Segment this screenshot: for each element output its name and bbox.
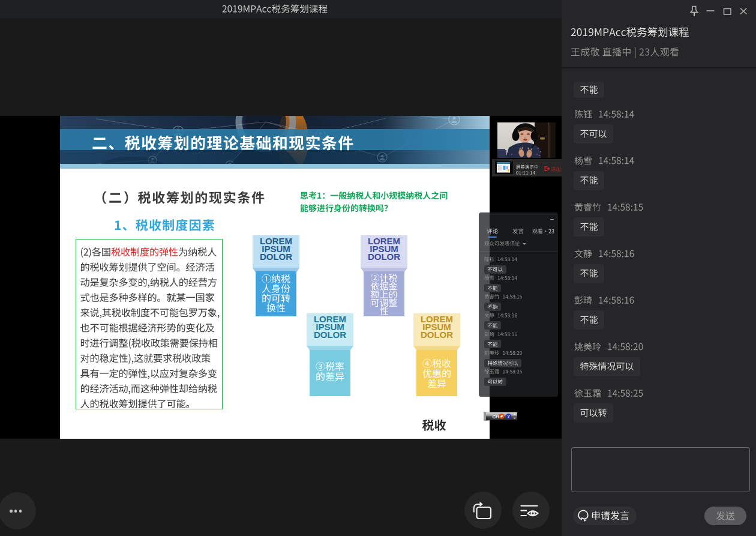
svg-text:?: ? — [507, 414, 510, 419]
svg-text:CH: CH — [492, 414, 499, 420]
